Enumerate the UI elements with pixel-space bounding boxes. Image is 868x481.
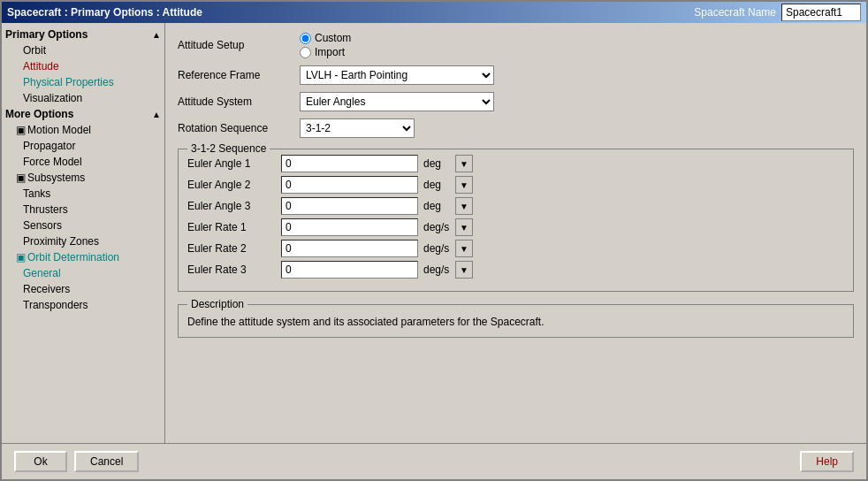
euler-rate-1-input[interactable]: [281, 218, 418, 236]
sidebar-item-receivers[interactable]: Receivers: [2, 281, 164, 297]
euler-angle-2-label: Euler Angle 2: [187, 179, 276, 191]
attitude-setup-radio-group: Custom Import: [300, 32, 351, 58]
sidebar-item-orbit[interactable]: Orbit: [2, 42, 164, 58]
description-text: Define the attitude system and its assoc…: [187, 316, 844, 328]
sidebar-group-motion-model[interactable]: ▣ Motion Model: [2, 122, 164, 138]
primary-options-collapse[interactable]: ▲: [152, 30, 161, 40]
import-radio-row: Import: [300, 46, 351, 58]
cancel-button[interactable]: Cancel: [74, 451, 139, 472]
reference-frame-row: Reference Frame LVLH - Earth Pointing In…: [178, 65, 854, 85]
euler-angle-2-row: Euler Angle 2 deg ▼: [187, 176, 844, 194]
help-button[interactable]: Help: [800, 451, 854, 472]
euler-rate-1-unit-dropdown[interactable]: ▼: [455, 218, 473, 236]
sidebar-group-orbit-determination[interactable]: ▣ Orbit Determination: [2, 249, 164, 265]
euler-angle-3-unit-dropdown[interactable]: ▼: [455, 197, 473, 215]
sidebar-item-thrusters[interactable]: Thrusters: [2, 202, 164, 218]
attitude-setup-row: Attitude Setup Custom Import: [178, 32, 854, 58]
euler-angle-3-label: Euler Angle 3: [187, 200, 276, 212]
sidebar-item-proximity-zones[interactable]: Proximity Zones: [2, 233, 164, 249]
sidebar-item-visualization[interactable]: Visualization: [2, 90, 164, 106]
euler-rate-1-row: Euler Rate 1 deg/s ▼: [187, 218, 844, 236]
more-options-header: More Options ▲: [2, 106, 164, 122]
primary-options-header: Primary Options ▲: [2, 27, 164, 42]
euler-rate-2-row: Euler Rate 2 deg/s ▼: [187, 240, 844, 257]
attitude-system-label: Attitude System: [178, 95, 293, 108]
euler-angle-3-unit: deg: [423, 200, 450, 212]
euler-rate-2-unit-dropdown[interactable]: ▼: [455, 240, 473, 257]
rotation-sequence-select[interactable]: 3-1-2 3-2-1 1-2-3: [300, 118, 415, 138]
euler-angle-3-row: Euler Angle 3 deg ▼: [187, 197, 844, 215]
spacecraft-name-input[interactable]: [781, 4, 861, 21]
primary-options-label: Primary Options: [5, 28, 88, 41]
spacecraft-name-label: Spacecraft Name: [694, 6, 776, 19]
custom-radio[interactable]: [300, 33, 311, 44]
import-radio[interactable]: [300, 47, 311, 58]
sequence-group-box: 3-1-2 Sequence Euler Angle 1 deg ▼ Euler…: [178, 149, 854, 292]
sidebar: Primary Options ▲ Orbit Attitude Physica…: [2, 23, 165, 443]
orbit-det-expand-icon: ▣: [16, 251, 26, 263]
ok-button[interactable]: Ok: [14, 451, 67, 472]
reference-frame-select[interactable]: LVLH - Earth Pointing Inertial Fixed: [300, 65, 494, 85]
motion-model-expand-icon: ▣: [16, 124, 26, 136]
euler-rate-3-label: Euler Rate 3: [187, 263, 276, 276]
euler-angle-1-unit-dropdown[interactable]: ▼: [455, 155, 473, 172]
description-group: Description Define the attitude system a…: [178, 304, 854, 338]
sidebar-item-attitude[interactable]: Attitude: [2, 58, 164, 74]
sidebar-item-tanks[interactable]: Tanks: [2, 186, 164, 202]
main-window: Spacecraft : Primary Options : Attitude …: [0, 0, 868, 481]
euler-rate-2-label: Euler Rate 2: [187, 242, 276, 255]
footer: Ok Cancel Help: [2, 443, 866, 479]
sidebar-group-subsystems[interactable]: ▣ Subsystems: [2, 170, 164, 186]
sidebar-item-propagator[interactable]: Propagator: [2, 138, 164, 154]
reference-frame-label: Reference Frame: [178, 69, 293, 81]
euler-angle-2-unit: deg: [423, 179, 450, 191]
euler-angle-3-input[interactable]: [281, 197, 418, 215]
sidebar-item-force-model[interactable]: Force Model: [2, 154, 164, 170]
euler-rate-3-unit-dropdown[interactable]: ▼: [455, 261, 473, 279]
sidebar-item-physical-properties[interactable]: Physical Properties: [2, 74, 164, 90]
sidebar-item-sensors[interactable]: Sensors: [2, 218, 164, 233]
more-options-label: More Options: [5, 108, 73, 120]
spacecraft-name-area: Spacecraft Name: [694, 4, 861, 21]
footer-left-buttons: Ok Cancel: [14, 451, 139, 472]
euler-angle-1-unit: deg: [423, 157, 450, 170]
rotation-sequence-row: Rotation Sequence 3-1-2 3-2-1 1-2-3: [178, 118, 854, 138]
attitude-setup-label: Attitude Setup: [178, 39, 293, 51]
euler-rate-3-unit: deg/s: [423, 263, 450, 276]
more-options-collapse[interactable]: ▲: [152, 110, 161, 119]
subsystems-expand-icon: ▣: [16, 172, 26, 184]
euler-rate-2-input[interactable]: [281, 240, 418, 257]
sidebar-item-transponders[interactable]: Transponders: [2, 297, 164, 313]
euler-angle-1-row: Euler Angle 1 deg ▼: [187, 155, 844, 172]
main-panel: Attitude Setup Custom Import Reference F…: [165, 23, 866, 443]
euler-angle-1-label: Euler Angle 1: [187, 157, 276, 170]
sidebar-item-general[interactable]: General: [2, 265, 164, 281]
euler-angle-1-input[interactable]: [281, 155, 418, 172]
euler-rate-1-unit: deg/s: [423, 221, 450, 233]
euler-rate-1-label: Euler Rate 1: [187, 221, 276, 233]
attitude-system-select[interactable]: Euler Angles Quaternion: [300, 92, 494, 111]
euler-angle-2-unit-dropdown[interactable]: ▼: [455, 176, 473, 194]
custom-radio-label: Custom: [315, 32, 351, 44]
euler-rate-2-unit: deg/s: [423, 242, 450, 255]
euler-rate-3-row: Euler Rate 3 deg/s ▼: [187, 261, 844, 279]
rotation-sequence-label: Rotation Sequence: [178, 122, 293, 134]
window-title: Spacecraft : Primary Options : Attitude: [7, 6, 202, 19]
custom-radio-row: Custom: [300, 32, 351, 44]
sequence-group-legend: 3-1-2 Sequence: [187, 142, 270, 155]
euler-rate-3-input[interactable]: [281, 261, 418, 279]
content-area: Primary Options ▲ Orbit Attitude Physica…: [2, 23, 866, 443]
description-label: Description: [187, 298, 247, 310]
import-radio-label: Import: [315, 46, 345, 58]
euler-angle-2-input[interactable]: [281, 176, 418, 194]
title-bar: Spacecraft : Primary Options : Attitude …: [2, 2, 866, 23]
attitude-system-row: Attitude System Euler Angles Quaternion: [178, 92, 854, 111]
